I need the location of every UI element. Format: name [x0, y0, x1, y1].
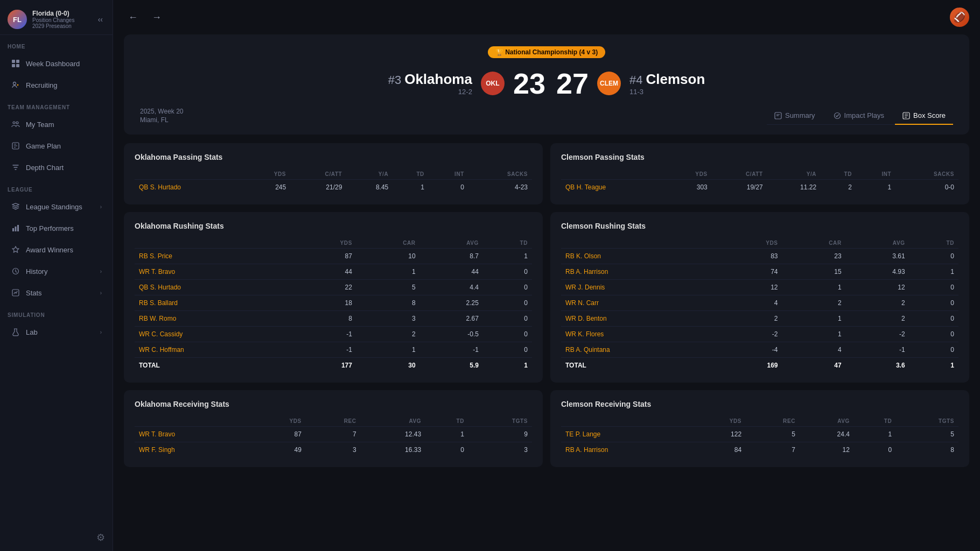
- clem-pass-col-catt: C/ATT: [712, 169, 767, 180]
- clem-rush-p3[interactable]: WR N. Carr: [565, 299, 599, 307]
- table-row: WR D. Benton 2120: [561, 311, 958, 327]
- sidebar-item-stats[interactable]: Stats ›: [3, 282, 109, 303]
- game-badge: 🏆 National Championship (4 v 3): [488, 46, 605, 58]
- clem-rec-p0[interactable]: TE P. Lange: [565, 430, 600, 438]
- clem-rec-col-player: [561, 416, 693, 427]
- sidebar-user-info: Florida (0-0) Position Changes 2029 Pres…: [32, 10, 74, 29]
- team1-rank: #3: [388, 73, 401, 87]
- clem-receiving-card: Clemson Receiving Stats YDS REC AVG TD T…: [550, 390, 969, 467]
- clem-rushing-table: YDS CAR AVG TD RB K. Olson 83233.610 RB …: [561, 238, 958, 373]
- svg-point-4: [13, 82, 16, 85]
- table-row: WR T. Bravo 441440: [135, 264, 532, 280]
- svg-point-6: [16, 122, 18, 124]
- okl-rush-col-avg: AVG: [420, 238, 483, 249]
- okl-rush-p2[interactable]: QB S. Hurtado: [139, 284, 181, 291]
- clem-pass-ya-0: 11.22: [767, 180, 821, 195]
- okl-rush-p5[interactable]: WR C. Cassidy: [139, 330, 183, 338]
- okl-rec-p0[interactable]: WR T. Bravo: [139, 430, 175, 438]
- okl-receiving-card: Oklahoma Receiving Stats YDS REC AVG TD …: [124, 390, 543, 467]
- clem-pass-col-int: INT: [856, 169, 895, 180]
- sidebar-item-lab[interactable]: Lab ›: [3, 322, 109, 342]
- okl-rush-col-player: [135, 238, 295, 249]
- settings-icon[interactable]: ⚙: [96, 532, 105, 543]
- team1-info: #3 Oklahoma 12-2: [388, 71, 472, 96]
- tab-box-score[interactable]: Box Score: [895, 107, 953, 125]
- clem-rush-col-avg: AVG: [846, 238, 909, 249]
- topbar: ← → 🏈: [113, 0, 980, 34]
- tab-impact-plays[interactable]: Impact Plays: [826, 107, 892, 125]
- recruiting-icon: [11, 80, 20, 90]
- table-row: QB S. Hurtado 245 21/29 8.45 1 0 4-23: [135, 180, 532, 195]
- section-league-label: LEAGUE: [0, 178, 113, 196]
- clem-rush-p6[interactable]: RB A. Quintana: [565, 346, 610, 354]
- user-sub1: Position Changes: [32, 17, 74, 23]
- grid-icon: [11, 59, 20, 68]
- clem-rush-p4[interactable]: WR D. Benton: [565, 315, 607, 322]
- clem-receiving-table: YDS REC AVG TD TGTS TE P. Lange 122524.4…: [561, 416, 958, 457]
- okl-rushing-title: Oklahoma Rushing Stats: [135, 222, 532, 230]
- clem-rush-p1[interactable]: RB A. Harrison: [565, 268, 608, 276]
- okl-pass-col-catt: C/ATT: [290, 169, 346, 180]
- sidebar-item-week-dashboard[interactable]: Week Dashboard: [3, 53, 109, 74]
- back-button[interactable]: ←: [124, 10, 142, 25]
- okl-rec-col-avg: AVG: [361, 416, 425, 427]
- stats-icon: [11, 288, 20, 298]
- table-row: WR T. Bravo 87712.4319: [135, 427, 532, 442]
- table-row: WR J. Dennis 121120: [561, 280, 958, 295]
- sidebar-item-league-standings[interactable]: League Standings ›: [3, 196, 109, 217]
- clem-rec-p1[interactable]: RB A. Harrison: [565, 446, 608, 454]
- sidebar-item-game-plan[interactable]: Game Plan: [3, 136, 109, 156]
- okl-pass-player-0[interactable]: QB S. Hurtado: [139, 183, 181, 191]
- okl-passing-title: Oklahoma Passing Stats: [135, 153, 532, 161]
- clem-rush-p5[interactable]: WR K. Flores: [565, 330, 604, 338]
- okl-rush-p4[interactable]: RB W. Romo: [139, 315, 176, 322]
- sidebar-collapse-button[interactable]: ‹‹: [96, 13, 105, 26]
- game-score-row: #3 Oklahoma 12-2 OKL 23 27 CLEM #4 Clems…: [140, 67, 953, 100]
- okl-rec-p1[interactable]: WR F. Singh: [139, 446, 175, 454]
- table-row: RB S. Ballard 1882.250: [135, 295, 532, 311]
- table-row: WR F. Singh 49316.3303: [135, 442, 532, 458]
- table-row: RB A. Harrison 8471208: [561, 442, 958, 458]
- clem-rush-p0[interactable]: RB K. Olson: [565, 252, 601, 260]
- sidebar-item-my-team[interactable]: My Team: [3, 114, 109, 135]
- clem-rush-total-row: TOTAL 169473.61: [561, 358, 958, 373]
- okl-rec-col-rec: REC: [306, 416, 361, 427]
- okl-passing-card: Oklahoma Passing Stats YDS C/ATT Y/A TD …: [124, 143, 543, 204]
- okl-rush-total-row: TOTAL 177305.91: [135, 358, 532, 373]
- tab-summary[interactable]: Summary: [767, 107, 823, 125]
- okl-rush-col-car: CAR: [356, 238, 420, 249]
- section-simulation-label: SIMULATION: [0, 303, 113, 321]
- sidebar-item-top-performers[interactable]: Top Performers: [3, 218, 109, 238]
- clem-rush-p2[interactable]: WR J. Dennis: [565, 284, 605, 291]
- team1-logo: OKL: [481, 72, 505, 95]
- okl-rush-p3[interactable]: RB S. Ballard: [139, 299, 178, 307]
- okl-rush-p0[interactable]: RB S. Price: [139, 252, 172, 260]
- sidebar-item-award-winners[interactable]: Award Winners: [3, 239, 109, 260]
- clem-rush-col-td: TD: [909, 238, 958, 249]
- sidebar-item-history[interactable]: History ›: [3, 261, 109, 281]
- clem-passing-title: Clemson Passing Stats: [561, 153, 958, 161]
- clem-pass-yds-0: 303: [667, 180, 712, 195]
- table-row: RB A. Harrison 74154.931: [561, 264, 958, 280]
- sidebar-item-depth-chart[interactable]: Depth Chart: [3, 157, 109, 178]
- tab-box-score-label: Box Score: [913, 111, 946, 119]
- okl-rec-col-player: [135, 416, 251, 427]
- sidebar-label-depth-chart: Depth Chart: [26, 164, 64, 172]
- svg-rect-2: [12, 64, 15, 67]
- okl-rec-col-td: TD: [425, 416, 468, 427]
- table-row: QB S. Hurtado 2254.40: [135, 280, 532, 295]
- okl-rush-p6[interactable]: WR C. Hoffman: [139, 346, 184, 354]
- chevron-right-icon: ›: [100, 204, 102, 210]
- game-week: 2025, Week 20: [140, 108, 184, 115]
- okl-rush-p1[interactable]: WR T. Bravo: [139, 268, 175, 276]
- team2-info: #4 Clemson 11-3: [629, 71, 705, 96]
- clem-pass-player-0[interactable]: QB H. Teague: [565, 183, 606, 191]
- clem-rush-col-car: CAR: [782, 238, 846, 249]
- game-card: 🏆 National Championship (4 v 3) #3 Oklah…: [124, 34, 969, 135]
- depth-icon: [11, 163, 20, 172]
- topbar-nav: ← →: [124, 10, 166, 25]
- sidebar-item-recruiting[interactable]: Recruiting: [3, 75, 109, 95]
- okl-pass-col-ya: Y/A: [346, 169, 393, 180]
- forward-button[interactable]: →: [148, 10, 166, 25]
- clem-rec-col-td: TD: [854, 416, 896, 427]
